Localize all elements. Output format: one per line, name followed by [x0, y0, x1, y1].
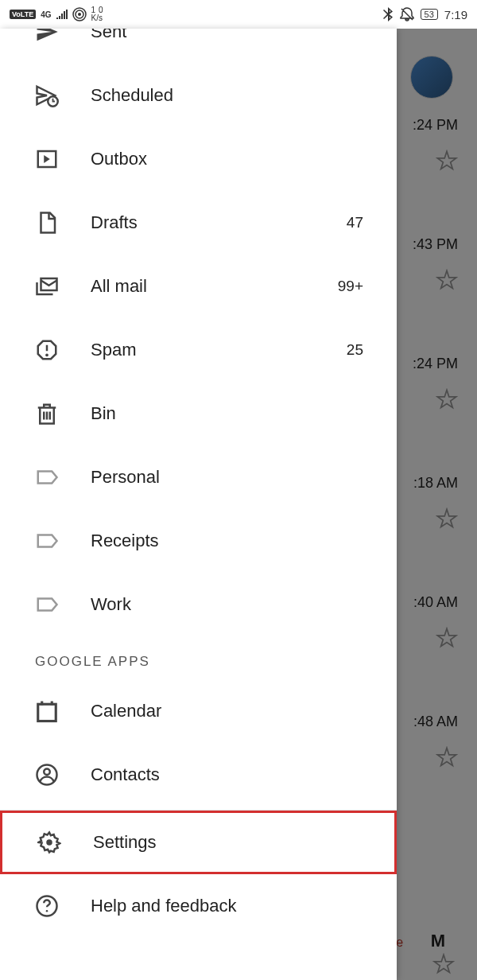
clock: 7:19	[444, 8, 467, 21]
settings-icon	[37, 830, 61, 854]
mail-time: :43 PM	[413, 236, 458, 253]
nav-item-calendar[interactable]: Calendar	[0, 679, 397, 743]
volte-badge: VoLTE	[10, 10, 36, 19]
label-icon	[35, 529, 59, 553]
status-right: 53 7:19	[382, 7, 467, 21]
network-type: 4G	[41, 10, 51, 19]
nav-item-personal[interactable]: Personal	[0, 445, 397, 509]
mail-time: :24 PM	[413, 356, 458, 372]
scheduled-icon	[35, 84, 59, 107]
nav-count: 25	[347, 341, 378, 359]
nav-item-contacts[interactable]: Contacts	[0, 743, 397, 807]
nav-label: Scheduled	[91, 85, 378, 106]
nav-label: Settings	[93, 832, 375, 853]
svg-rect-11	[38, 704, 56, 721]
mail-time: :18 AM	[413, 475, 458, 492]
sent-icon	[35, 29, 59, 44]
nav-item-scheduled[interactable]: Scheduled	[0, 64, 397, 127]
mail-time: :24 PM	[413, 117, 458, 134]
svg-point-15	[44, 769, 50, 776]
drafts-icon	[35, 211, 59, 235]
nav-item-settings[interactable]: Settings	[0, 811, 397, 874]
star-icon	[436, 150, 458, 172]
bluetooth-icon	[382, 7, 394, 21]
mail-badge: e M	[396, 931, 445, 951]
help-icon	[35, 894, 59, 918]
status-left: VoLTE 4G 10 K/s	[10, 6, 103, 22]
outbox-icon	[35, 147, 59, 171]
dnd-icon	[400, 7, 414, 21]
contacts-icon	[35, 763, 59, 787]
nav-item-receipts[interactable]: Receipts	[0, 509, 397, 573]
nav-label: Sent	[91, 29, 363, 42]
nav-item-outbox[interactable]: Outbox	[0, 127, 397, 191]
star-icon	[436, 746, 458, 768]
spam-icon	[35, 338, 59, 362]
hotspot-icon	[72, 7, 87, 21]
section-header-google-apps: GOOGLE APPS	[0, 636, 397, 679]
nav-item-sent[interactable]: Sent	[0, 29, 397, 64]
nav-item-drafts[interactable]: Drafts 47	[0, 191, 397, 255]
nav-item-bin[interactable]: Bin	[0, 382, 397, 445]
nav-label: Work	[91, 594, 378, 615]
mail-time: :40 AM	[413, 594, 458, 611]
calendar-icon	[35, 699, 59, 723]
nav-label: Drafts	[91, 212, 347, 233]
star-icon	[436, 388, 458, 410]
svg-point-18	[46, 910, 48, 912]
svg-point-7	[45, 353, 48, 356]
network-speed: 10 K/s	[91, 6, 103, 22]
nav-item-work[interactable]: Work	[0, 573, 397, 636]
nav-item-help[interactable]: Help and feedback	[0, 874, 397, 938]
profile-avatar	[410, 56, 453, 99]
status-bar: VoLTE 4G 10 K/s 53 7:19	[0, 0, 477, 29]
battery-indicator: 53	[421, 9, 438, 20]
signal-bars-icon	[56, 10, 68, 19]
nav-label: Bin	[91, 403, 378, 424]
allmail-icon	[35, 274, 59, 298]
svg-point-0	[78, 13, 81, 16]
nav-label: Contacts	[91, 764, 378, 785]
nav-label: Personal	[91, 467, 378, 488]
nav-label: Receipts	[91, 531, 378, 551]
label-icon	[35, 593, 59, 616]
star-icon	[436, 627, 458, 649]
navigation-drawer: Sent Scheduled Outbox Drafts 47	[0, 29, 397, 980]
star-icon	[432, 953, 455, 975]
star-icon	[436, 508, 458, 530]
svg-point-16	[46, 839, 52, 846]
nav-label: All mail	[91, 276, 338, 297]
nav-label: Help and feedback	[91, 896, 378, 916]
star-icon	[436, 269, 458, 291]
nav-count: 47	[347, 214, 378, 231]
nav-label: Spam	[91, 340, 347, 360]
nav-label: Outbox	[91, 149, 378, 169]
nav-count: 99+	[338, 278, 378, 295]
mail-time: :48 AM	[413, 714, 458, 730]
nav-item-allmail[interactable]: All mail 99+	[0, 255, 397, 318]
bin-icon	[35, 402, 59, 426]
nav-label: Calendar	[91, 701, 378, 721]
nav-item-spam[interactable]: Spam 25	[0, 318, 397, 382]
label-icon	[35, 465, 59, 489]
